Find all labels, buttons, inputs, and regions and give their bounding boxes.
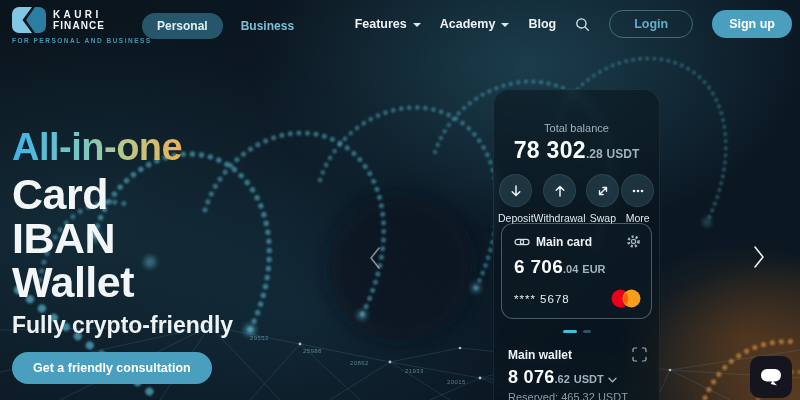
total-balance-label: Total balance xyxy=(494,122,659,134)
carousel-next-button[interactable] xyxy=(753,245,766,269)
chevron-down-icon xyxy=(413,23,421,27)
nav-item-features[interactable]: Features xyxy=(355,17,421,31)
mastercard-logo-icon xyxy=(611,289,641,308)
brand-name-line2: FINANCE xyxy=(53,20,105,31)
reserved-balance: Reserved: 465.32 USDT xyxy=(508,391,647,400)
card-amount-fraction: .04 xyxy=(563,263,578,275)
nav-item-blog[interactable]: Blog xyxy=(528,17,556,31)
search-icon xyxy=(575,17,590,32)
search-button[interactable] xyxy=(575,17,590,32)
card-amount-currency: EUR xyxy=(582,263,605,275)
nav-menu: Features Academy Blog Login Sign up xyxy=(355,10,792,38)
main-card-amount: 6 706 .04 EUR xyxy=(514,256,639,278)
signup-button[interactable]: Sign up xyxy=(712,10,792,38)
nav-item-academy-label: Academy xyxy=(440,17,496,31)
hero-headline-iban: IBAN xyxy=(12,216,233,260)
main-card-footer: **** 5678 xyxy=(514,289,641,308)
main-card-header: Main card xyxy=(514,235,639,249)
hero-headline-gradient: All-in-one xyxy=(12,128,182,166)
balance-widget-panel: Total balance 78 302 .28 USDT Deposit xyxy=(493,89,660,400)
toggle-business[interactable]: Business xyxy=(235,13,300,39)
main-wallet-section: Main wallet 8 076 .62 USDT Reserved: 465… xyxy=(508,347,647,400)
chat-widget-button[interactable] xyxy=(750,356,792,398)
gear-icon xyxy=(626,234,641,249)
deposit-circle xyxy=(499,174,532,207)
top-navigation-bar: KAURI FINANCE FOR PERSONAL AND BUSINESS … xyxy=(0,0,800,52)
arrow-down-icon xyxy=(509,184,523,198)
nav-item-features-label: Features xyxy=(355,17,407,31)
carousel-dot[interactable] xyxy=(583,330,591,333)
login-button[interactable]: Login xyxy=(609,10,693,38)
total-balance-main: 78 302 xyxy=(514,137,586,164)
carousel-prev-button[interactable] xyxy=(368,246,381,270)
more-circle xyxy=(621,174,654,207)
consultation-cta-button[interactable]: Get a friendly consultation xyxy=(12,352,212,384)
wallet-amount-main: 8 076 xyxy=(508,367,555,388)
audience-toggle: Personal Business xyxy=(142,13,300,39)
deposit-button[interactable]: Deposit xyxy=(498,174,534,224)
swap-circle xyxy=(586,174,619,207)
card-amount-main: 6 706 xyxy=(514,256,563,278)
card-carousel-dots xyxy=(494,330,659,333)
wallet-amount-fraction: .62 xyxy=(555,373,570,385)
swap-arrows-icon xyxy=(596,184,610,198)
kauri-logo-icon xyxy=(12,7,46,33)
hero-headline-wallet: Wallet xyxy=(12,260,233,304)
mesh-node-label: 20862 xyxy=(350,360,369,366)
total-balance-fraction: .28 xyxy=(586,147,603,161)
total-balance-amount: 78 302 .28 USDT xyxy=(494,137,659,164)
total-balance-currency: USDT xyxy=(607,147,640,161)
main-card-title: Main card xyxy=(536,235,592,249)
brand-wordmark: KAURI FINANCE xyxy=(53,9,105,31)
toggle-personal[interactable]: Personal xyxy=(142,13,223,39)
ellipsis-icon xyxy=(631,184,645,198)
swap-button[interactable]: Swap xyxy=(586,174,621,224)
hero-section: All-in-one Card IBAN Wallet Fully crypto… xyxy=(12,128,233,384)
hero-headline-card: Card xyxy=(12,172,233,216)
card-masked-number: **** 5678 xyxy=(514,293,570,305)
chat-bubble-icon xyxy=(759,367,783,387)
withdrawal-circle xyxy=(543,174,576,207)
main-card-tile[interactable]: Main card 6 706 .04 EUR **** 5678 xyxy=(501,223,652,319)
chevron-right-icon xyxy=(753,245,766,269)
chevron-down-icon xyxy=(501,23,509,27)
reserved-label: Reserved: xyxy=(508,391,558,400)
hero-subheadline: Fully crypto-friendly xyxy=(12,312,233,338)
quick-actions-row: Deposit Withdrawal Swap xyxy=(498,174,655,224)
nav-item-blog-label: Blog xyxy=(528,17,556,31)
mesh-node-label: 25988 xyxy=(303,348,322,354)
chevron-down-icon[interactable] xyxy=(608,377,617,383)
link-icon xyxy=(514,237,530,247)
main-wallet-amount[interactable]: 8 076 .62 USDT xyxy=(508,367,647,388)
brand-logo[interactable]: KAURI FINANCE FOR PERSONAL AND BUSINESS xyxy=(12,7,152,44)
mesh-node-label: 20015 xyxy=(447,379,466,385)
hero-headline-lines: Card IBAN Wallet xyxy=(12,172,233,304)
wallet-amount-currency: USDT xyxy=(574,373,604,385)
brand-name-line1: KAURI xyxy=(53,9,105,20)
withdrawal-button[interactable]: Withdrawal xyxy=(534,174,586,224)
kauri-finance-landing-page: 29552 25988 20862 21933 20015 23118 KAUR… xyxy=(0,0,800,400)
arrow-up-icon xyxy=(553,184,567,198)
reserved-value: 465.32 USDT xyxy=(561,391,628,400)
card-settings-button[interactable] xyxy=(626,234,641,249)
nav-item-academy[interactable]: Academy xyxy=(440,17,510,31)
mesh-node-label: 29552 xyxy=(250,335,269,341)
mesh-node-label: 21933 xyxy=(405,368,424,374)
scan-expand-icon[interactable] xyxy=(632,347,647,362)
carousel-dot-active[interactable] xyxy=(563,330,577,333)
brand-tagline: FOR PERSONAL AND BUSINESS xyxy=(12,37,152,44)
chevron-left-icon xyxy=(368,246,381,270)
more-button[interactable]: More xyxy=(620,174,655,224)
main-wallet-title: Main wallet xyxy=(508,348,572,362)
